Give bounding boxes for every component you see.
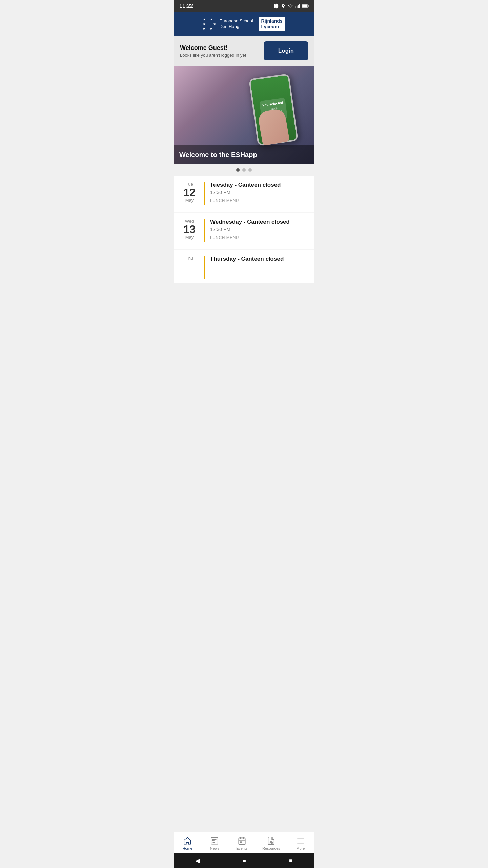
schedule-list: Tue 12 May Tuesday - Canteen closed 12:3… [174, 176, 314, 283]
resources-icon: PDF [267, 836, 276, 845]
schedule-content-3: Thursday - Canteen closed [210, 256, 309, 262]
welcome-text: Welcome Guest! Looks like you aren't log… [180, 44, 246, 58]
nav-label-events: Events [236, 846, 248, 850]
carousel-dot-3[interactable] [248, 168, 252, 172]
carousel-dot-1[interactable] [236, 168, 240, 172]
location-icon [281, 3, 286, 9]
carousel-dot-2[interactable] [242, 168, 246, 172]
svg-rect-16 [240, 842, 241, 843]
svg-rect-11 [213, 839, 214, 841]
schedule-content-1: Tuesday - Canteen closed 12:30 PM LUNCH … [210, 182, 309, 203]
day-name-3: Thu [179, 256, 200, 261]
welcome-greeting: Welcome Guest! [180, 44, 246, 52]
svg-rect-3 [299, 4, 300, 8]
schedule-tag-2: LUNCH MENU [210, 235, 309, 240]
hero-carousel[interactable]: You selected ...geneway, people inoffend… [174, 66, 314, 164]
school-logo: ★ ★★ ★★ ★ Europese School Den Haag [203, 17, 253, 31]
svg-rect-0 [296, 6, 296, 8]
schedule-item-2[interactable]: Wed 13 May Wednesday - Canteen closed 12… [174, 213, 314, 249]
nav-item-events[interactable]: Events [232, 835, 252, 852]
app-header: ★ ★★ ★★ ★ Europese School Den Haag Rijnl… [174, 12, 314, 36]
events-icon [238, 836, 246, 845]
svg-rect-6 [308, 5, 309, 7]
battery-icon [302, 4, 309, 8]
home-button[interactable]: ● [240, 854, 249, 867]
svg-text:PDF: PDF [270, 842, 274, 844]
news-icon [210, 836, 219, 845]
nav-item-more[interactable]: More [290, 835, 311, 852]
nav-label-more: More [296, 846, 305, 850]
schedule-date-2: Wed 13 May [179, 219, 200, 240]
wifi-icon [288, 4, 293, 8]
month-2: May [179, 235, 200, 240]
carousel-slide-1: You selected ...geneway, people inoffend… [174, 66, 314, 164]
welcome-banner: Welcome Guest! Looks like you aren't log… [174, 36, 314, 66]
bottom-nav: Home News Events PDF Res [174, 832, 314, 853]
schedule-tag-1: LUNCH MENU [210, 198, 309, 203]
status-time: 11:22 [179, 3, 193, 9]
nav-item-home[interactable]: Home [177, 835, 198, 852]
schedule-divider-2 [204, 219, 205, 242]
nav-label-home: Home [182, 846, 192, 850]
nav-item-news[interactable]: News [204, 835, 225, 852]
schedule-divider-3 [204, 256, 205, 279]
eu-stars: ★ ★★ ★★ ★ [203, 17, 217, 31]
signal-icon [295, 4, 300, 8]
day-num-2: 13 [179, 224, 200, 235]
welcome-subtitle: Looks like you aren't logged in yet [180, 53, 246, 58]
settings-icon [273, 3, 279, 9]
schedule-time-1: 12:30 PM [210, 190, 309, 195]
svg-rect-12 [239, 838, 245, 845]
nav-item-resources[interactable]: PDF Resources [259, 835, 284, 852]
recents-button[interactable]: ■ [286, 854, 296, 867]
svg-rect-2 [298, 5, 299, 8]
schedule-item-1[interactable]: Tue 12 May Tuesday - Canteen closed 12:3… [174, 176, 314, 212]
more-icon [296, 836, 305, 845]
status-bar: 11:22 [174, 0, 314, 12]
schedule-date-3: Thu [179, 256, 200, 261]
schedule-title-1: Tuesday - Canteen closed [210, 182, 309, 189]
svg-rect-1 [297, 6, 297, 8]
schedule-content-2: Wednesday - Canteen closed 12:30 PM LUNC… [210, 219, 309, 240]
schedule-time-2: 12:30 PM [210, 226, 309, 232]
school-name: Europese School Den Haag [220, 18, 253, 30]
back-button[interactable]: ◀ [192, 854, 203, 867]
android-nav-bar: ◀ ● ■ [174, 853, 314, 868]
schedule-title-2: Wednesday - Canteen closed [210, 219, 309, 225]
schedule-item-3[interactable]: Thu Thursday - Canteen closed [174, 250, 314, 283]
schedule-divider-1 [204, 182, 205, 205]
carousel-dots [174, 164, 314, 176]
month-1: May [179, 198, 200, 203]
schedule-title-3: Thursday - Canteen closed [210, 256, 309, 262]
login-button[interactable]: Login [264, 41, 308, 60]
home-icon [183, 836, 192, 845]
status-icons [273, 3, 309, 9]
nav-label-news: News [210, 846, 220, 850]
carousel-caption: Welcome to the ESHapp [174, 145, 314, 164]
schedule-date-1: Tue 12 May [179, 182, 200, 203]
svg-rect-5 [302, 5, 307, 7]
day-num-1: 12 [179, 187, 200, 198]
nav-label-resources: Resources [262, 846, 280, 850]
rijnlands-logo: Rijnlands Lyceum [259, 17, 285, 31]
